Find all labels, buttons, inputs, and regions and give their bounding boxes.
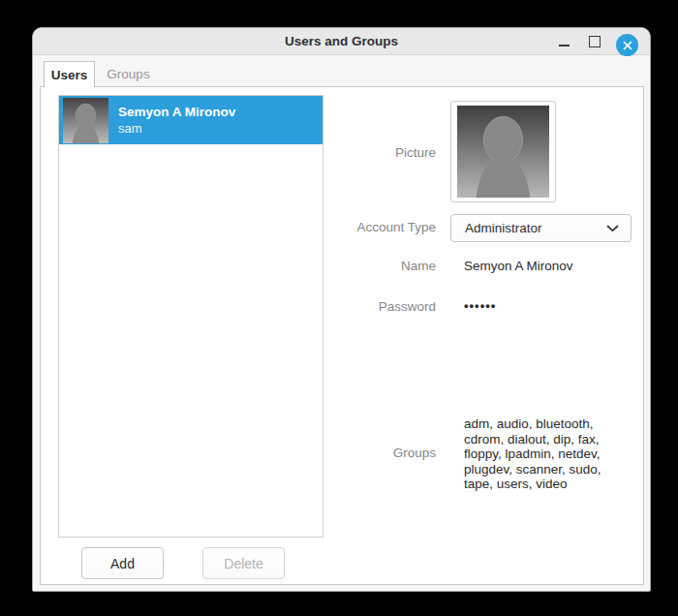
password-label: Password — [281, 299, 436, 314]
close-x-glyph — [623, 41, 632, 50]
picture-label: Picture — [281, 145, 436, 160]
delete-button[interactable]: Delete — [202, 547, 285, 579]
groups-label: Groups — [281, 446, 436, 460]
titlebar: Users and Groups — [33, 28, 650, 55]
window-title: Users and Groups — [285, 34, 398, 48]
user-row-name: Semyon A Mironov — [118, 105, 235, 119]
user-picture-button[interactable] — [450, 101, 556, 202]
user-row-username: sam — [118, 121, 235, 136]
add-button-label: Add — [110, 556, 135, 571]
account-type-value: Administrator — [465, 221, 542, 235]
add-button[interactable]: Add — [81, 547, 164, 579]
close-icon[interactable] — [616, 34, 638, 56]
list-item-user-sam[interactable]: Semyon A Mironov sam — [59, 96, 323, 144]
tab-groups-label: Groups — [107, 67, 149, 81]
maximize-icon[interactable] — [589, 36, 601, 47]
groups-value[interactable]: adm, audio, bluetooth, cdrom, dialout, d… — [464, 416, 648, 492]
tab-users-label: Users — [51, 68, 88, 82]
person-silhouette-icon — [455, 106, 551, 198]
name-label: Name — [281, 259, 436, 273]
minimize-icon[interactable] — [559, 45, 570, 46]
account-type-dropdown[interactable]: Administrator — [450, 214, 632, 242]
password-value[interactable]: •••••• — [464, 298, 496, 313]
chevron-down-icon — [606, 225, 619, 232]
delete-button-label: Delete — [224, 556, 262, 571]
tab-groups[interactable]: Groups — [95, 61, 162, 87]
user-avatar-icon — [63, 98, 108, 143]
users-and-groups-window: Users and Groups Users Groups — [32, 27, 651, 592]
user-row-texts: Semyon A Mironov sam — [118, 105, 235, 136]
account-type-label: Account Type — [281, 220, 436, 234]
tab-users[interactable]: Users — [44, 61, 95, 87]
users-tab-page: Semyon A Mironov sam Picture Acc — [40, 86, 644, 585]
name-value[interactable]: Semyon A Mironov — [464, 259, 573, 273]
user-list: Semyon A Mironov sam — [58, 95, 324, 538]
